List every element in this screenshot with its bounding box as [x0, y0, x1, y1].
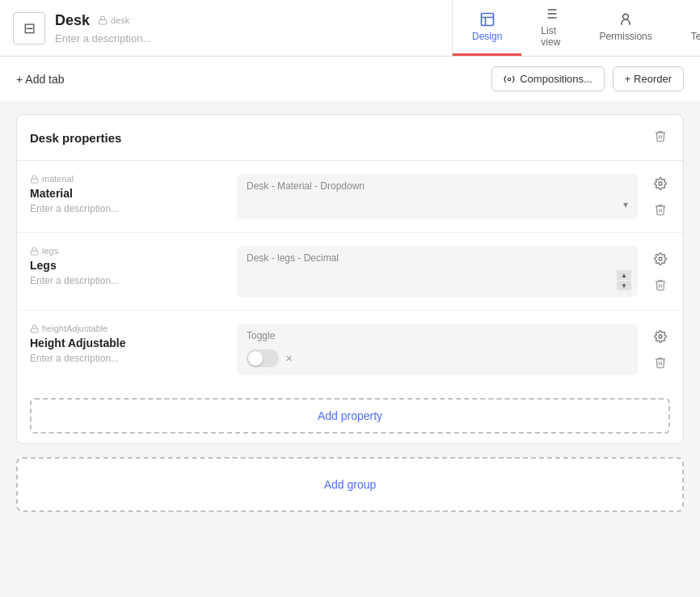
property-material-id: material — [42, 174, 74, 184]
property-legs-actions — [651, 246, 670, 297]
property-legs: legs Legs Enter a description... Desk - … — [17, 233, 683, 311]
tab-design[interactable]: Design — [453, 0, 521, 56]
property-height-adjustable: heightAdjustable Height Adjustable Enter… — [17, 311, 683, 388]
add-group-section: Add group — [16, 457, 684, 512]
section-title: Desk properties — [30, 131, 121, 145]
tab-list-view-label: List view — [541, 25, 560, 48]
trash-icon — [654, 129, 667, 142]
svg-point-16 — [659, 335, 662, 338]
svg-rect-13 — [31, 251, 37, 255]
height-toggle-switch[interactable] — [247, 349, 279, 367]
desk-properties-section: Desk properties material Material Enter … — [16, 114, 684, 444]
gear-icon-legs — [654, 252, 667, 265]
legs-input[interactable] — [243, 274, 617, 286]
material-input[interactable] — [247, 198, 623, 210]
legs-gear-button[interactable] — [651, 249, 670, 269]
trash-icon-legs — [654, 278, 667, 291]
trash-icon-material — [654, 203, 667, 216]
toolbar-right: Compositions... + Reorder — [491, 66, 684, 91]
property-legs-name: Legs — [30, 259, 224, 272]
svg-point-14 — [659, 257, 662, 260]
page-title: Desk — [55, 12, 90, 29]
lock-icon-material — [30, 175, 39, 184]
height-gear-button[interactable] — [651, 327, 670, 346]
permissions-icon — [618, 11, 634, 28]
app-header: ⊟ Desk desk Enter a description... Desig… — [0, 0, 700, 57]
property-height-left: heightAdjustable Height Adjustable Enter… — [30, 324, 224, 375]
add-tab-button[interactable]: + Add tab — [16, 73, 65, 86]
svg-rect-11 — [31, 179, 37, 183]
property-material-lock: material — [30, 174, 224, 184]
toolbar: + Add tab Compositions... + Reorder — [0, 57, 700, 101]
svg-rect-1 — [481, 14, 493, 26]
compositions-button[interactable]: Compositions... — [491, 66, 605, 91]
material-field-label: Desk - Material - Dropdown — [237, 174, 638, 195]
property-legs-field: Desk - legs - Decimal ▲ ▼ — [237, 246, 638, 297]
toggle-knob — [248, 351, 263, 366]
property-height-actions — [651, 324, 670, 375]
reorder-label: + Reorder — [625, 73, 672, 85]
gear-icon-material — [654, 177, 667, 190]
tab-list-view[interactable]: List view — [521, 0, 580, 56]
lock-icon-legs — [30, 247, 39, 256]
tab-templates[interactable]: Templates — [672, 0, 700, 56]
trash-icon-height — [654, 356, 667, 369]
property-material-name: Material — [30, 187, 224, 200]
property-legs-desc[interactable]: Enter a description... — [30, 275, 224, 286]
material-field-container: Desk - Material - Dropdown ▾ — [237, 174, 638, 219]
property-material-desc[interactable]: Enter a description... — [30, 203, 224, 214]
property-height-lock: heightAdjustable — [30, 324, 224, 333]
height-field-container: Toggle ✕ — [237, 324, 638, 375]
header-subtitle[interactable]: Enter a description... — [55, 32, 151, 44]
legs-trash-button[interactable] — [651, 275, 670, 294]
property-height-field: Toggle ✕ — [237, 324, 638, 375]
add-group-button[interactable]: Add group — [324, 478, 377, 491]
section-delete-button[interactable] — [651, 126, 670, 149]
desk-icon: ⊟ — [13, 12, 45, 44]
property-material-actions — [651, 174, 670, 219]
material-field-row: ▾ — [237, 195, 638, 217]
property-legs-id: legs — [42, 246, 58, 256]
toggle-x-icon: ✕ — [285, 354, 293, 364]
chevron-down-icon: ▾ — [623, 199, 628, 210]
property-material: material Material Enter a description...… — [17, 161, 683, 233]
tab-permissions[interactable]: Permissions — [580, 0, 671, 56]
svg-rect-0 — [99, 20, 107, 25]
material-trash-button[interactable] — [651, 200, 670, 219]
svg-rect-15 — [31, 328, 37, 332]
compositions-label: Compositions... — [520, 73, 592, 85]
legs-spinner-row: ▲ ▼ — [237, 267, 638, 297]
property-height-id: heightAdjustable — [42, 324, 108, 333]
property-height-desc[interactable]: Enter a description... — [30, 353, 224, 364]
add-property-button[interactable]: Add property — [30, 398, 670, 434]
tab-templates-label: Templates — [691, 31, 700, 42]
property-legs-left: legs Legs Enter a description... — [30, 246, 224, 297]
section-header: Desk properties — [17, 115, 683, 161]
reorder-button[interactable]: + Reorder — [613, 66, 684, 91]
header-title-area: Desk desk Enter a description... — [55, 12, 151, 44]
gear-icon-height — [654, 330, 667, 343]
header-left: ⊟ Desk desk Enter a description... — [0, 0, 453, 56]
property-material-field: Desk - Material - Dropdown ▾ — [237, 174, 638, 219]
legs-increment-button[interactable]: ▲ — [617, 270, 631, 280]
legs-field-label: Desk - legs - Decimal — [237, 246, 638, 267]
lock-icon-height — [30, 324, 39, 333]
material-gear-button[interactable] — [651, 174, 670, 193]
lock-label: desk — [98, 15, 129, 25]
nav-tabs: Design List view Permissions Templates — [453, 0, 700, 56]
svg-point-8 — [623, 14, 629, 19]
property-material-left: material Material Enter a description... — [30, 174, 224, 219]
property-legs-lock: legs — [30, 246, 224, 256]
property-height-name: Height Adjustable — [30, 337, 224, 349]
tab-design-label: Design — [472, 31, 502, 42]
height-trash-button[interactable] — [651, 353, 670, 372]
height-toggle-row: ✕ — [237, 345, 638, 375]
svg-point-10 — [508, 78, 511, 81]
main-content: Desk properties material Material Enter … — [0, 101, 700, 525]
legs-field-container: Desk - legs - Decimal ▲ ▼ — [237, 246, 638, 297]
lock-icon — [98, 15, 108, 25]
height-toggle-label: Toggle — [237, 324, 638, 345]
legs-decrement-button[interactable]: ▼ — [617, 281, 631, 290]
list-icon — [542, 6, 559, 22]
tab-permissions-label: Permissions — [599, 31, 652, 42]
